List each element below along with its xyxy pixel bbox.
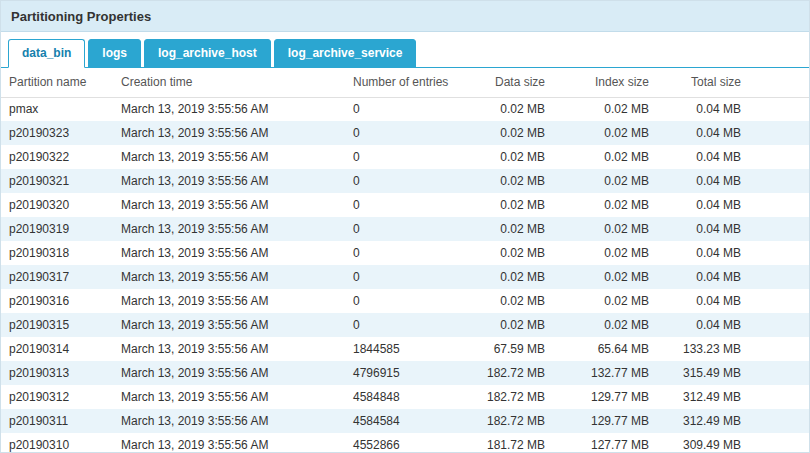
table-row[interactable]: p20190314March 13, 2019 3:55:56 AM184458… xyxy=(1,337,810,361)
panel-title-bar: Partitioning Properties xyxy=(1,1,809,32)
table-cell: 0.02 MB xyxy=(545,97,649,121)
table-row[interactable]: p20190321March 13, 2019 3:55:56 AM00.02 … xyxy=(1,169,810,193)
tab-bar: data_binlogslog_archive_hostlog_archive_… xyxy=(1,32,809,68)
table-cell: 0.04 MB xyxy=(649,289,741,313)
spacer-cell xyxy=(741,433,810,453)
table-row[interactable]: pmaxMarch 13, 2019 3:55:56 AM00.02 MB0.0… xyxy=(1,97,810,121)
column-header[interactable]: Index size xyxy=(545,68,649,97)
table-cell: 0.04 MB xyxy=(649,97,741,121)
table-cell: 0.02 MB xyxy=(451,217,545,241)
table-cell: pmax xyxy=(1,97,121,121)
table-row[interactable]: p20190319March 13, 2019 3:55:56 AM00.02 … xyxy=(1,217,810,241)
page-title: Partitioning Properties xyxy=(11,9,151,24)
table-row[interactable]: p20190315March 13, 2019 3:55:56 AM00.02 … xyxy=(1,313,810,337)
table-cell: 0.04 MB xyxy=(649,169,741,193)
table-cell: 67.59 MB xyxy=(451,337,545,361)
table-cell: p20190312 xyxy=(1,385,121,409)
table-cell: 4552866 xyxy=(353,433,451,453)
header-spacer xyxy=(741,68,810,97)
tab-log_archive_service[interactable]: log_archive_service xyxy=(274,39,417,68)
column-header[interactable]: Total size xyxy=(649,68,741,97)
table-cell: 0.04 MB xyxy=(649,241,741,265)
table-cell: March 13, 2019 3:55:56 AM xyxy=(121,97,353,121)
table-cell: 0.02 MB xyxy=(451,193,545,217)
table-cell: 0.02 MB xyxy=(545,241,649,265)
spacer-cell xyxy=(741,97,810,121)
spacer-cell xyxy=(741,265,810,289)
table-cell: 0 xyxy=(353,241,451,265)
table-cell: March 13, 2019 3:55:56 AM xyxy=(121,385,353,409)
table-row[interactable]: p20190318March 13, 2019 3:55:56 AM00.02 … xyxy=(1,241,810,265)
table-cell: March 13, 2019 3:55:56 AM xyxy=(121,289,353,313)
table-cell: 0 xyxy=(353,193,451,217)
table-cell: p20190317 xyxy=(1,265,121,289)
spacer-cell xyxy=(741,361,810,385)
table-cell: March 13, 2019 3:55:56 AM xyxy=(121,313,353,337)
table-cell: 0.02 MB xyxy=(451,289,545,313)
table-cell: 4584584 xyxy=(353,409,451,433)
table-cell: 0.02 MB xyxy=(545,145,649,169)
table-cell: March 13, 2019 3:55:56 AM xyxy=(121,193,353,217)
table-cell: 0.04 MB xyxy=(649,121,741,145)
table-row[interactable]: p20190322March 13, 2019 3:55:56 AM00.02 … xyxy=(1,145,810,169)
table-cell: 0.04 MB xyxy=(649,217,741,241)
table-cell: p20190310 xyxy=(1,433,121,453)
table-cell: 312.49 MB xyxy=(649,409,741,433)
table-row[interactable]: p20190323March 13, 2019 3:55:56 AM00.02 … xyxy=(1,121,810,145)
column-header[interactable]: Partition name xyxy=(1,68,121,97)
table-cell: 0 xyxy=(353,121,451,145)
table-cell: March 13, 2019 3:55:56 AM xyxy=(121,409,353,433)
table-cell: 182.72 MB xyxy=(451,409,545,433)
table-cell: p20190319 xyxy=(1,217,121,241)
table-header-row: Partition nameCreation timeNumber of ent… xyxy=(1,68,810,97)
column-header[interactable]: Data size xyxy=(451,68,545,97)
column-header[interactable]: Creation time xyxy=(121,68,353,97)
column-header[interactable]: Number of entries xyxy=(353,68,451,97)
table-cell: 182.72 MB xyxy=(451,385,545,409)
table-cell: March 13, 2019 3:55:56 AM xyxy=(121,121,353,145)
table-row[interactable]: p20190312March 13, 2019 3:55:56 AM458484… xyxy=(1,385,810,409)
table-cell: 0.02 MB xyxy=(451,265,545,289)
table-cell: p20190311 xyxy=(1,409,121,433)
table-cell: 0 xyxy=(353,313,451,337)
table-cell: 0.04 MB xyxy=(649,145,741,169)
table-cell: 0 xyxy=(353,145,451,169)
spacer-cell xyxy=(741,337,810,361)
table-row[interactable]: p20190320March 13, 2019 3:55:56 AM00.02 … xyxy=(1,193,810,217)
table-row[interactable]: p20190311March 13, 2019 3:55:56 AM458458… xyxy=(1,409,810,433)
spacer-cell xyxy=(741,313,810,337)
table-cell: 127.77 MB xyxy=(545,433,649,453)
table-body: pmaxMarch 13, 2019 3:55:56 AM00.02 MB0.0… xyxy=(1,97,810,453)
table-cell: p20190315 xyxy=(1,313,121,337)
tab-log_archive_host[interactable]: log_archive_host xyxy=(144,39,271,68)
table-cell: March 13, 2019 3:55:56 AM xyxy=(121,145,353,169)
table-row[interactable]: p20190316March 13, 2019 3:55:56 AM00.02 … xyxy=(1,289,810,313)
table-cell: 0 xyxy=(353,97,451,121)
tab-data_bin[interactable]: data_bin xyxy=(8,39,85,68)
spacer-cell xyxy=(741,193,810,217)
table-cell: 315.49 MB xyxy=(649,361,741,385)
table-cell: 132.77 MB xyxy=(545,361,649,385)
spacer-cell xyxy=(741,409,810,433)
table-cell: 1844585 xyxy=(353,337,451,361)
table-cell: 4584848 xyxy=(353,385,451,409)
table-cell: March 13, 2019 3:55:56 AM xyxy=(121,265,353,289)
spacer-cell xyxy=(741,217,810,241)
table-cell: March 13, 2019 3:55:56 AM xyxy=(121,361,353,385)
table-cell: March 13, 2019 3:55:56 AM xyxy=(121,241,353,265)
table-cell: 312.49 MB xyxy=(649,385,741,409)
table-row[interactable]: p20190313March 13, 2019 3:55:56 AM479691… xyxy=(1,361,810,385)
table-cell: p20190316 xyxy=(1,289,121,313)
table-row[interactable]: p20190310March 13, 2019 3:55:56 AM455286… xyxy=(1,433,810,453)
table-cell: 0.02 MB xyxy=(545,289,649,313)
table-cell: March 13, 2019 3:55:56 AM xyxy=(121,217,353,241)
table-cell: 0.02 MB xyxy=(451,121,545,145)
table-cell: 309.49 MB xyxy=(649,433,741,453)
table-cell: 0 xyxy=(353,169,451,193)
table-row[interactable]: p20190317March 13, 2019 3:55:56 AM00.02 … xyxy=(1,265,810,289)
table-cell: 0.02 MB xyxy=(545,193,649,217)
spacer-cell xyxy=(741,385,810,409)
tab-logs[interactable]: logs xyxy=(88,39,141,68)
table-cell: 0.02 MB xyxy=(451,145,545,169)
table-cell: 0 xyxy=(353,289,451,313)
